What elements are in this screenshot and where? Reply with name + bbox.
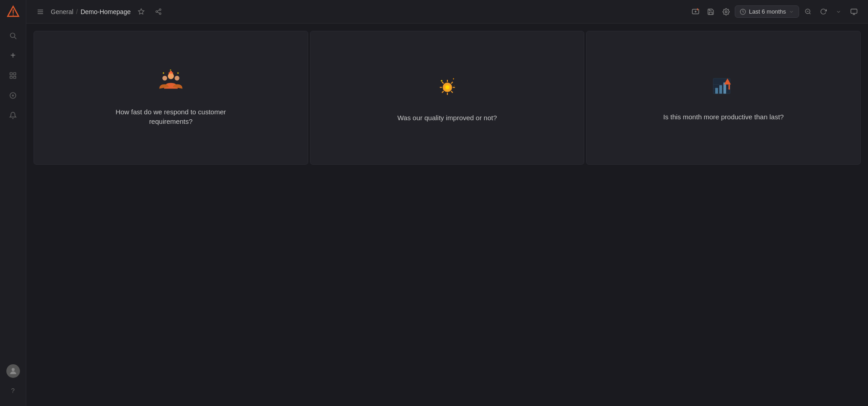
refresh-button[interactable]	[816, 5, 830, 19]
svg-rect-6	[14, 73, 16, 75]
svg-rect-5	[10, 73, 12, 75]
share-button[interactable]	[151, 5, 165, 19]
breadcrumb-parent[interactable]: General	[51, 8, 73, 15]
svg-point-16	[159, 9, 161, 10]
svg-point-11	[11, 368, 15, 371]
cards-row: ★ ★ ★ How fast do we respond to customer…	[34, 31, 861, 165]
svg-line-20	[157, 10, 159, 11]
svg-rect-60	[728, 84, 730, 89]
svg-point-9	[10, 93, 16, 98]
svg-text:★: ★	[162, 72, 165, 74]
card-productivity[interactable]: Is this month more productive than last?	[586, 31, 861, 165]
card-quality[interactable]: ✦ ✦ · Was our quality improved or not?	[310, 31, 585, 165]
card-1-title: How fast do we respond to customer requi…	[107, 107, 234, 126]
svg-point-33	[162, 76, 167, 81]
card-2-icon: ✦ ✦ ·	[434, 73, 461, 104]
breadcrumb: General / Demo-Homepage	[51, 8, 131, 15]
card-3-icon	[710, 74, 737, 103]
svg-point-10	[12, 95, 14, 96]
dashboard-content: ★ ★ ★ How fast do we respond to customer…	[26, 24, 868, 406]
main-content: General / Demo-Homepage	[26, 0, 868, 406]
topbar: General / Demo-Homepage	[26, 0, 868, 24]
time-filter-button[interactable]: Last 6 months	[735, 5, 799, 18]
svg-point-34	[175, 76, 179, 81]
svg-line-47	[451, 92, 452, 93]
svg-rect-36	[170, 71, 172, 73]
svg-line-4	[15, 37, 16, 39]
monitor-button[interactable]	[847, 5, 861, 19]
svg-point-24	[725, 11, 727, 13]
svg-text:✦: ✦	[452, 78, 454, 80]
svg-text:·: ·	[454, 84, 455, 87]
card-1-icon: ★ ★ ★	[157, 69, 184, 98]
svg-point-2	[12, 15, 13, 15]
sidebar: + ?	[0, 0, 26, 406]
sidebar-dashboards[interactable]	[5, 67, 21, 83]
breadcrumb-separator: /	[76, 8, 78, 15]
star-button[interactable]	[134, 5, 148, 19]
sidebar-search[interactable]	[5, 27, 21, 44]
user-avatar[interactable]	[6, 364, 20, 378]
card-customer-response[interactable]: ★ ★ ★ How fast do we respond to customer…	[34, 31, 308, 165]
card-3-title: Is this month more productive than last?	[663, 112, 784, 122]
zoom-out-button[interactable]	[801, 5, 815, 19]
svg-line-48	[451, 82, 452, 83]
svg-point-3	[10, 33, 15, 37]
svg-line-27	[809, 13, 810, 14]
sidebar-explore[interactable]	[5, 87, 21, 103]
svg-rect-57	[719, 85, 722, 93]
svg-line-19	[157, 12, 159, 13]
svg-rect-7	[10, 76, 12, 78]
sidebar-add[interactable]: +	[5, 47, 21, 64]
sidebar-notifications[interactable]	[5, 107, 21, 123]
sidebar-help[interactable]: ?	[5, 382, 21, 399]
menu-icon[interactable]	[34, 5, 47, 19]
add-panel-button[interactable]	[689, 5, 702, 19]
card-2-title: Was our quality improved or not?	[398, 113, 497, 122]
svg-point-32	[168, 73, 174, 79]
svg-rect-56	[715, 88, 718, 93]
svg-rect-8	[14, 76, 16, 78]
app-logo[interactable]	[7, 5, 19, 18]
topbar-right-controls: Last 6 months	[689, 5, 861, 19]
svg-line-49	[442, 92, 443, 93]
svg-text:✦: ✦	[440, 79, 443, 83]
svg-rect-29	[851, 9, 857, 13]
save-button[interactable]	[704, 5, 718, 19]
svg-text:★: ★	[177, 72, 179, 74]
time-filter-label: Last 6 months	[749, 8, 786, 15]
svg-marker-15	[138, 9, 144, 14]
svg-text:★: ★	[170, 69, 172, 71]
svg-point-41	[445, 85, 449, 89]
svg-point-17	[156, 11, 158, 13]
svg-point-18	[159, 13, 161, 15]
breadcrumb-current: Demo-Homepage	[81, 8, 131, 15]
settings-button[interactable]	[719, 5, 733, 19]
chevron-button[interactable]	[832, 5, 845, 19]
